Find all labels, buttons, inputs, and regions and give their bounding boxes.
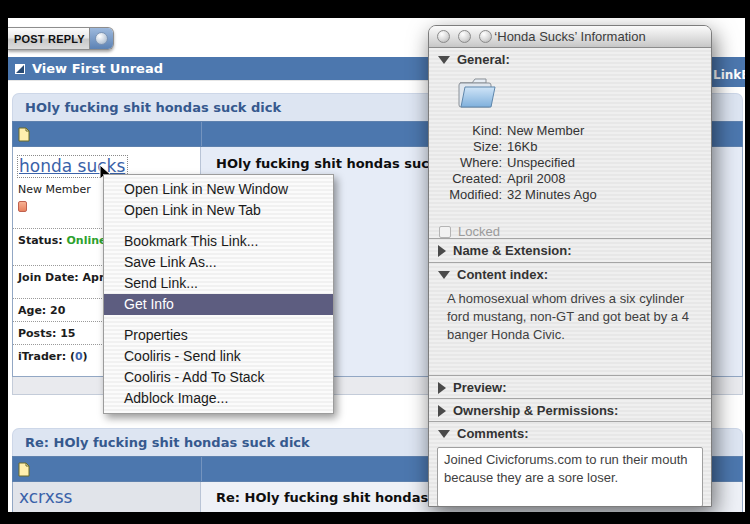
status-value: Online	[66, 234, 106, 247]
where-label: Where:	[429, 155, 507, 170]
name-extension-label: Name & Extension:	[453, 243, 571, 258]
post-reply-orb-icon	[95, 32, 108, 45]
age-value: 20	[50, 304, 65, 317]
menu-item-adblock-image[interactable]: Adblock Image...	[104, 388, 333, 409]
screenshot-frame: POST REPLY View First Unread LinkBack HO…	[0, 0, 750, 524]
info-window-title: ‘Honda Sucks’ Information	[429, 29, 711, 44]
created-value: April 2008	[507, 171, 711, 186]
general-header-label: General:	[457, 52, 510, 67]
itrader-label: iTrader:	[18, 350, 66, 363]
section-general: General:	[429, 48, 711, 239]
reply-column-divider	[201, 457, 202, 481]
section-name-extension-header[interactable]: Name & Extension:	[429, 239, 711, 262]
menu-item-send-link[interactable]: Send Link...	[104, 273, 333, 294]
menu-item-save-link-as[interactable]: Save Link As...	[104, 252, 333, 273]
user-status-icon	[18, 201, 27, 212]
section-ownership-header[interactable]: Ownership & Permissions:	[429, 399, 711, 422]
status-label: Status:	[18, 234, 63, 247]
folder-icon-wrap	[456, 75, 711, 115]
section-ownership: Ownership & Permissions:	[429, 399, 711, 422]
size-value: 16Kb	[507, 139, 711, 154]
section-preview-header[interactable]: Preview:	[429, 376, 711, 399]
modified-value: 32 Minutes Ago	[507, 187, 711, 202]
general-fields: Kind: New Member Size: 16Kb Where: Unspe…	[429, 123, 711, 202]
content-index-text: A homosexual whom drives a six cylinder …	[429, 286, 711, 344]
itrader-count-link[interactable]: 0	[75, 350, 83, 363]
modified-label: Modified:	[429, 187, 507, 202]
menu-item-open-new-tab[interactable]: Open Link in New Tab	[104, 200, 333, 221]
info-window-titlebar[interactable]: ‘Honda Sucks’ Information	[429, 26, 711, 48]
joindate-label: Join Date:	[18, 271, 79, 284]
post-reply-button[interactable]: POST REPLY	[8, 27, 114, 50]
info-window-body: General:	[429, 48, 711, 507]
section-general-header[interactable]: General:	[429, 48, 711, 71]
comments-textbox[interactable]: Joined Civicforums.com to run their mout…	[437, 447, 703, 507]
context-menu: Open Link in New Window Open Link in New…	[103, 174, 334, 414]
menu-separator	[104, 315, 333, 325]
disclosure-down-icon	[438, 271, 450, 279]
menu-item-open-new-window[interactable]: Open Link in New Window	[104, 179, 333, 200]
menu-item-properties[interactable]: Properties	[104, 325, 333, 346]
reply-user-cell: xcrxss	[13, 482, 201, 512]
menu-item-cooliris-add-to-stack[interactable]: Cooliris - Add To Stack	[104, 367, 333, 388]
section-content-index-header[interactable]: Content index:	[429, 263, 711, 286]
posts-value: 15	[60, 327, 75, 340]
post-reply-cap	[89, 28, 113, 49]
minimize-button[interactable]	[458, 30, 471, 43]
itrader-paren-close: )	[83, 350, 88, 363]
get-info-window: ‘Honda Sucks’ Information General:	[428, 25, 712, 507]
disclosure-right-icon	[438, 245, 446, 257]
preview-label: Preview:	[453, 380, 506, 395]
disclosure-down-icon	[438, 430, 450, 438]
age-label: Age:	[18, 304, 46, 317]
content-index-label: Content index:	[457, 267, 548, 282]
linkback-tab[interactable]: LinkBack	[708, 63, 745, 87]
disclosure-right-icon	[438, 405, 446, 417]
section-name-extension: Name & Extension:	[429, 239, 711, 263]
locked-checkbox	[439, 226, 451, 238]
view-first-unread-label: View First Unread	[32, 61, 163, 76]
close-button[interactable]	[437, 30, 450, 43]
post-reply-label: POST REPLY	[8, 33, 89, 45]
menu-item-bookmark-link[interactable]: Bookmark This Link...	[104, 231, 333, 252]
section-preview: Preview:	[429, 376, 711, 399]
created-label: Created:	[429, 171, 507, 186]
disclosure-right-icon	[438, 382, 446, 394]
kind-value: New Member	[507, 123, 711, 138]
disclosure-down-icon	[438, 56, 450, 64]
menu-item-cooliris-send-link[interactable]: Cooliris - Send link	[104, 346, 333, 367]
size-label: Size:	[429, 139, 507, 154]
section-comments-header[interactable]: Comments:	[429, 422, 711, 445]
header-column-divider	[201, 122, 202, 146]
browser-viewport: POST REPLY View First Unread LinkBack HO…	[8, 18, 745, 512]
locked-label: Locked	[458, 224, 500, 239]
reply-page-icon	[18, 462, 30, 477]
post-page-icon	[18, 127, 30, 142]
first-unread-icon	[15, 64, 25, 74]
reply-username-link[interactable]: xcrxss	[19, 487, 72, 507]
locked-row: Locked	[439, 224, 711, 239]
section-comments: Comments: Joined Civicforums.com to run …	[429, 422, 711, 507]
comments-label: Comments:	[457, 426, 529, 441]
menu-item-get-info[interactable]: Get Info	[104, 294, 333, 315]
kind-label: Kind:	[429, 123, 507, 138]
ownership-label: Ownership & Permissions:	[453, 403, 618, 418]
menu-separator	[104, 221, 333, 231]
where-value: Unspecified	[507, 155, 711, 170]
zoom-button[interactable]	[479, 30, 492, 43]
posts-label: Posts:	[18, 327, 56, 340]
folder-icon	[456, 75, 498, 113]
section-content-index: Content index: A homosexual whom drives …	[429, 263, 711, 376]
